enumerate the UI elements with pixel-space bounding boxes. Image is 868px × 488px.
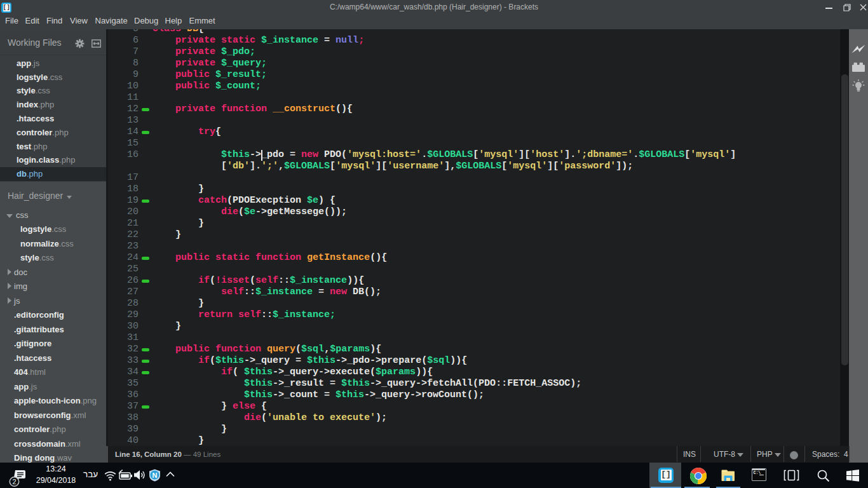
svg-text:N: N [153,471,158,479]
svg-text:2: 2 [12,478,16,485]
